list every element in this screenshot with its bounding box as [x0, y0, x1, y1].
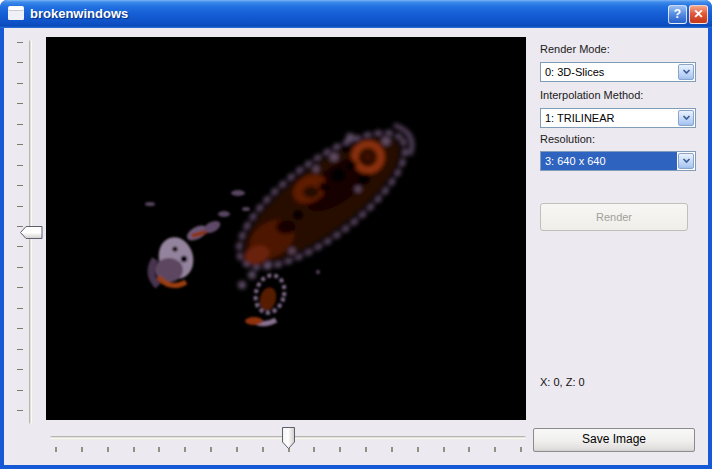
horizontal-slider[interactable] — [46, 426, 526, 458]
interpolation-label: Interpolation Method: — [540, 89, 643, 101]
coordinates-readout: X: 0, Z: 0 — [540, 376, 585, 388]
tick-mark — [17, 267, 23, 268]
resolution-label: Resolution: — [540, 133, 595, 145]
resolution-select[interactable]: 3: 640 x 640 — [540, 151, 696, 171]
render-mode-select[interactable]: 0: 3D-Slices — [540, 62, 696, 82]
tick-mark — [417, 447, 419, 452]
close-button[interactable]: ✕ — [689, 5, 708, 24]
chevron-down-icon[interactable] — [678, 64, 694, 80]
tick-mark — [236, 447, 238, 452]
tick-mark — [81, 447, 83, 452]
tick-mark — [17, 308, 23, 309]
chevron-down-icon[interactable] — [678, 110, 694, 126]
tick-mark — [17, 206, 23, 207]
tick-mark — [443, 447, 445, 452]
tick-mark — [107, 447, 109, 452]
tick-mark — [17, 124, 23, 125]
tick-mark — [55, 447, 57, 452]
tick-mark — [17, 369, 23, 370]
vertical-slider[interactable] — [4, 28, 48, 465]
tick-mark — [133, 447, 135, 452]
tick-mark — [339, 447, 341, 452]
vertical-slider-thumb[interactable] — [20, 226, 43, 239]
tick-mark — [17, 42, 23, 43]
tick-mark — [17, 83, 23, 84]
tick-mark — [17, 349, 23, 350]
save-image-button[interactable]: Save Image — [533, 428, 695, 452]
tick-mark — [365, 447, 367, 452]
tick-mark — [17, 410, 23, 411]
help-button[interactable]: ? — [668, 5, 687, 24]
resolution-value: 3: 640 x 640 — [541, 152, 677, 170]
tick-mark — [17, 246, 23, 247]
render-button[interactable]: Render — [540, 203, 688, 231]
interpolation-value: 1: TRILINEAR — [541, 109, 677, 127]
tick-mark — [17, 165, 23, 166]
tick-mark — [391, 447, 393, 452]
render-viewport[interactable] — [46, 37, 526, 420]
client-area: Render Mode: 0: 3D-Slices Interpolation … — [4, 28, 708, 465]
tick-mark — [17, 390, 23, 391]
volume-render-image — [46, 37, 526, 420]
tick-mark — [17, 287, 23, 288]
tick-mark — [17, 103, 23, 104]
app-window: brokenwindows ? ✕ — [0, 0, 712, 469]
tick-mark — [313, 447, 315, 452]
interpolation-select[interactable]: 1: TRILINEAR — [540, 108, 696, 128]
tick-mark — [17, 185, 23, 186]
chevron-down-icon[interactable] — [678, 153, 694, 169]
title-bar[interactable]: brokenwindows ? ✕ — [0, 0, 712, 28]
tick-mark — [520, 447, 522, 452]
render-mode-label: Render Mode: — [540, 43, 610, 55]
tick-mark — [210, 447, 212, 452]
tick-mark — [494, 447, 496, 452]
tick-mark — [17, 62, 23, 63]
tick-mark — [468, 447, 470, 452]
tick-mark — [262, 447, 264, 452]
tick-mark — [17, 328, 23, 329]
window-title: brokenwindows — [30, 0, 128, 28]
app-icon — [8, 6, 24, 20]
tick-mark — [184, 447, 186, 452]
horizontal-slider-thumb[interactable] — [282, 427, 295, 449]
render-mode-value: 0: 3D-Slices — [541, 63, 677, 81]
tick-mark — [17, 144, 23, 145]
tick-mark — [158, 447, 160, 452]
